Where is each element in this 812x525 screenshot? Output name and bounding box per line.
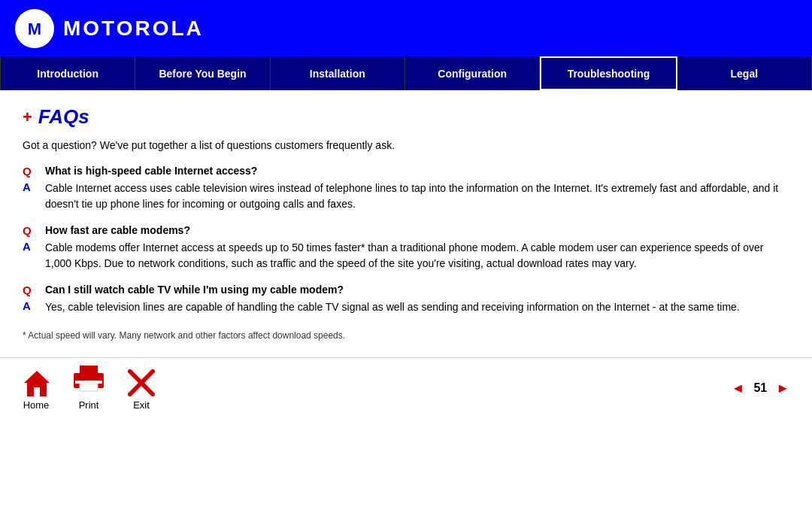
exit-button[interactable]: Exit	[128, 369, 155, 411]
exit-icon	[128, 369, 155, 396]
q-label-3: Q	[23, 284, 38, 296]
nav-configuration[interactable]: Configuration	[405, 56, 540, 90]
q-text-3: Can I still watch cable TV while I'm usi…	[45, 284, 344, 296]
faq-item-1: Q What is high-speed cable Internet acce…	[23, 165, 789, 212]
next-page-button[interactable]: ►	[776, 381, 789, 396]
page-number: 51	[753, 381, 767, 395]
a-label-2: A	[23, 240, 38, 253]
svg-rect-5	[80, 384, 98, 391]
faq-question-row-2: Q How fast are cable modems?	[23, 224, 789, 237]
q-text-1: What is high-speed cable Internet access…	[45, 165, 257, 177]
home-button[interactable]: Home	[23, 369, 50, 411]
plus-icon: +	[23, 109, 32, 126]
faqs-title-row: + FAQs	[23, 105, 789, 129]
nav-installation[interactable]: Installation	[271, 56, 405, 90]
faq-item-2: Q How fast are cable modems? A Cable mod…	[23, 224, 789, 272]
nav-legal[interactable]: Legal	[677, 56, 812, 90]
intro-text: Got a question? We've put together a lis…	[23, 139, 789, 151]
a-text-2: Cable modems offer Internet access at sp…	[45, 240, 789, 272]
faq-answer-row-3: A Yes, cable television lines are capabl…	[23, 299, 789, 315]
print-button[interactable]: Print	[72, 366, 105, 411]
nav-before-you-begin[interactable]: Before You Begin	[135, 56, 270, 90]
faq-item-3: Q Can I still watch cable TV while I'm u…	[23, 284, 789, 315]
home-label: Home	[23, 399, 50, 411]
footnote: * Actual speed will vary. Many network a…	[23, 330, 789, 341]
q-label-1: Q	[23, 165, 38, 178]
header: M MOTOROLA	[0, 0, 812, 56]
q-label-2: Q	[23, 224, 38, 237]
motorola-logo-symbol: M	[15, 9, 54, 48]
a-label-3: A	[23, 299, 38, 312]
svg-marker-2	[24, 371, 50, 396]
print-label: Print	[79, 399, 99, 411]
navbar: Introduction Before You Begin Installati…	[0, 56, 812, 90]
motorola-brand-text: MOTOROLA	[63, 17, 204, 41]
prev-page-button[interactable]: ◄	[732, 381, 745, 396]
faq-question-row-1: Q What is high-speed cable Internet acce…	[23, 165, 789, 178]
faq-answer-row-1: A Cable Internet access uses cable telev…	[23, 181, 789, 212]
nav-troubleshooting[interactable]: Troubleshooting	[540, 56, 677, 90]
a-text-1: Cable Internet access uses cable televis…	[45, 181, 789, 212]
faq-question-row-3: Q Can I still watch cable TV while I'm u…	[23, 284, 789, 296]
svg-text:M: M	[28, 19, 41, 38]
a-text-3: Yes, cable television lines are capable …	[45, 299, 740, 315]
svg-rect-6	[75, 381, 102, 384]
nav-introduction[interactable]: Introduction	[0, 56, 135, 90]
faqs-title: FAQs	[38, 105, 89, 129]
main-content: + FAQs Got a question? We've put togethe…	[0, 90, 812, 357]
a-label-1: A	[23, 181, 38, 193]
svg-rect-3	[80, 366, 98, 373]
page-nav: ◄ 51 ►	[732, 381, 789, 396]
logo-container: M MOTOROLA	[15, 9, 204, 48]
q-text-2: How fast are cable modems?	[45, 224, 190, 236]
exit-label: Exit	[133, 399, 150, 411]
home-icon	[23, 369, 50, 396]
print-icon	[72, 366, 105, 396]
bottom-icons: Home Print	[23, 366, 155, 411]
faq-answer-row-2: A Cable modems offer Internet access at …	[23, 240, 789, 272]
bottom-bar: Home Print	[0, 357, 812, 418]
